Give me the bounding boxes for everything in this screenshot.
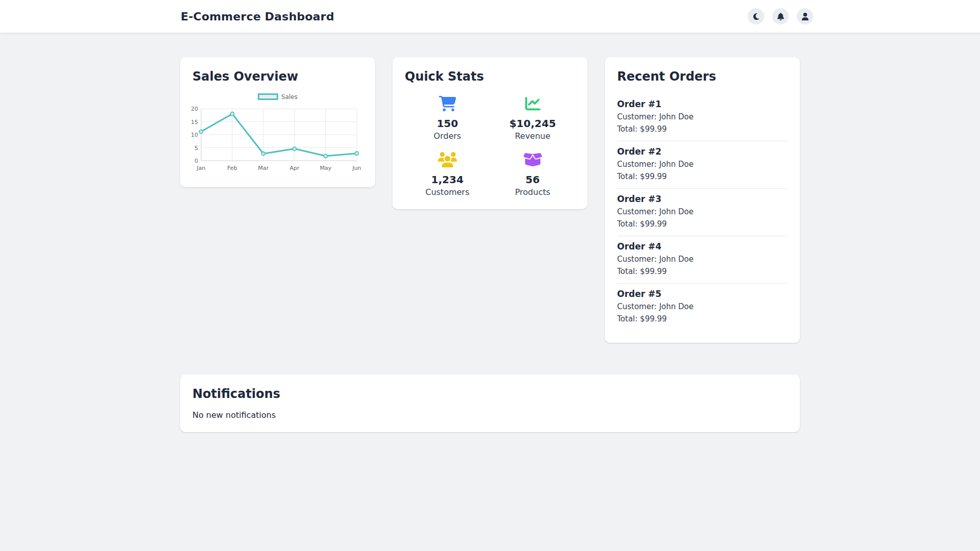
order-total: Total: $99.99 (617, 314, 788, 323)
svg-text:Apr: Apr (289, 165, 300, 171)
order-customer: Customer: John Doe (617, 255, 788, 264)
svg-text:Jun: Jun (352, 165, 361, 171)
header-actions (748, 8, 813, 24)
orders-list: Order #1 Customer: John Doe Total: $99.9… (617, 94, 788, 331)
main-content: Sales Overview Sales 05101520JanFebMarAp… (180, 33, 800, 432)
notifications-card: Notifications No new notifications (180, 374, 800, 432)
order-total: Total: $99.99 (617, 267, 788, 276)
svg-text:Jan: Jan (197, 165, 206, 171)
moon-icon (752, 13, 760, 20)
notifications-title: Notifications (192, 387, 788, 401)
dashboard-grid: Sales Overview Sales 05101520JanFebMarAp… (180, 57, 800, 343)
order-title: Order #3 (617, 194, 788, 204)
svg-text:Mar: Mar (258, 165, 269, 171)
order-total: Total: $99.99 (617, 219, 788, 229)
order-customer: Customer: John Doe (617, 207, 788, 216)
stat-label-revenue: Revenue (490, 131, 575, 141)
users-icon (438, 152, 457, 167)
quick-stats-title: Quick Stats (405, 69, 575, 84)
legend-label: Sales (281, 93, 298, 101)
order-title: Order #1 (617, 99, 788, 109)
line-chart: 05101520JanFebMarAprMayJun (192, 104, 363, 175)
stat-label-products: Products (490, 187, 575, 197)
profile-button[interactable] (797, 8, 813, 24)
order-title: Order #5 (617, 289, 788, 299)
stat-label-orders: Orders (405, 131, 490, 141)
order-customer: Customer: John Doe (617, 112, 788, 121)
chart-legend[interactable]: Sales (192, 93, 363, 101)
svg-text:May: May (320, 165, 332, 171)
order-title: Order #2 (617, 146, 788, 157)
order-title: Order #4 (617, 241, 788, 252)
svg-text:0: 0 (194, 158, 198, 164)
page-title: E-Commerce Dashboard (181, 10, 334, 23)
sales-overview-card: Sales Overview Sales 05101520JanFebMarAp… (180, 57, 375, 187)
svg-text:20: 20 (191, 106, 198, 112)
stat-orders: 150 Orders (405, 96, 490, 141)
order-item: Order #4 Customer: John Doe Total: $99.9… (617, 236, 788, 284)
recent-orders-card: Recent Orders Order #1 Customer: John Do… (605, 57, 800, 343)
app-header: E-Commerce Dashboard (0, 0, 980, 33)
box-open-icon (523, 152, 543, 167)
stat-value-revenue: $10,245 (490, 117, 575, 130)
order-customer: Customer: John Doe (617, 302, 788, 311)
svg-text:5: 5 (194, 145, 198, 152)
svg-text:Feb: Feb (227, 165, 237, 171)
notifications-message: No new notifications (192, 410, 788, 420)
stats-grid: 150 Orders $10,245 Revenue 1,234 Custome… (405, 96, 575, 197)
bell-icon (777, 13, 785, 20)
user-icon (801, 13, 809, 20)
svg-text:10: 10 (191, 132, 198, 138)
order-item: Order #5 Customer: John Doe Total: $99.9… (617, 284, 788, 331)
order-customer: Customer: John Doe (617, 160, 788, 169)
svg-text:15: 15 (191, 119, 198, 126)
stat-value-customers: 1,234 (405, 173, 490, 186)
order-item: Order #2 Customer: John Doe Total: $99.9… (617, 141, 788, 189)
sales-chart: Sales 05101520JanFebMarAprMayJun (192, 93, 363, 175)
stat-revenue: $10,245 Revenue (490, 96, 575, 141)
stat-value-orders: 150 (405, 117, 490, 130)
order-total: Total: $99.99 (617, 172, 788, 181)
recent-orders-title: Recent Orders (617, 69, 788, 84)
stat-products: 56 Products (490, 152, 575, 197)
dark-mode-toggle[interactable] (748, 8, 764, 24)
legend-swatch (258, 93, 278, 100)
notifications-button[interactable] (772, 8, 789, 24)
quick-stats-card: Quick Stats 150 Orders $10,245 Revenue 1… (393, 57, 587, 209)
chart-line-icon (525, 96, 541, 111)
stat-customers: 1,234 Customers (405, 152, 490, 197)
stat-label-customers: Customers (405, 187, 490, 197)
order-total: Total: $99.99 (617, 124, 788, 134)
order-item: Order #3 Customer: John Doe Total: $99.9… (617, 189, 788, 236)
sales-overview-title: Sales Overview (192, 69, 363, 84)
stat-value-products: 56 (490, 173, 575, 186)
cart-icon (439, 96, 456, 111)
order-item: Order #1 Customer: John Doe Total: $99.9… (617, 94, 788, 141)
